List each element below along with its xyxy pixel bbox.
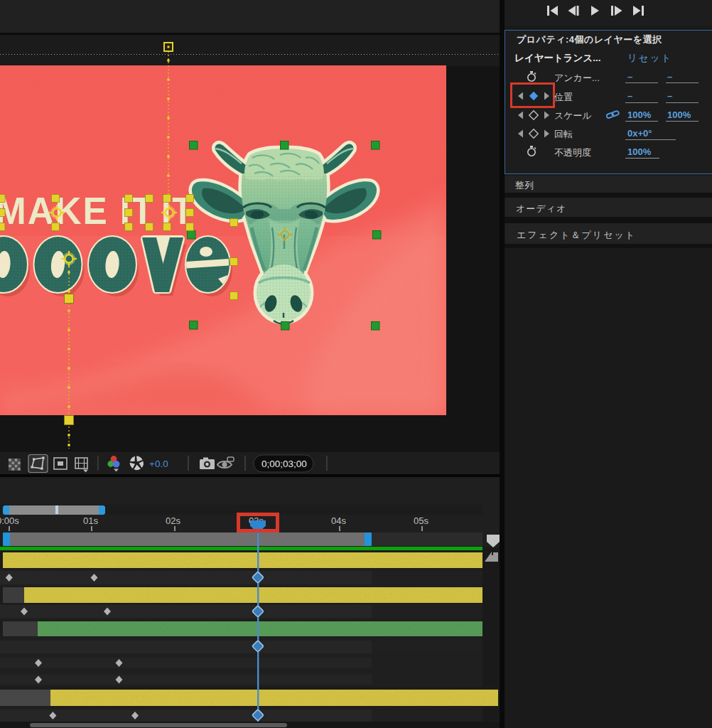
svg-text:+0.0: +0.0 <box>149 459 168 469</box>
svg-text:0;00;03;00: 0;00;03;00 <box>261 459 307 469</box>
